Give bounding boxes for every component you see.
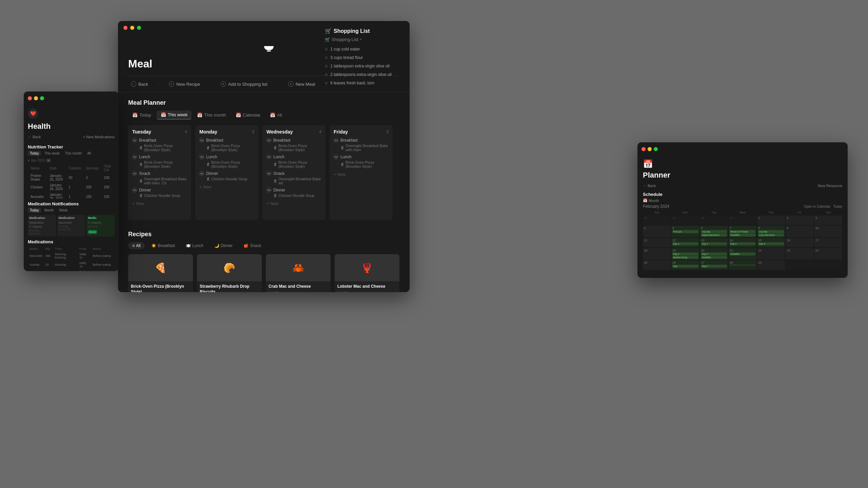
nutrition-row-1: Chicken January 26, 2024 1 200 200: [28, 183, 114, 191]
cal-event: Pull-ups: [672, 230, 698, 233]
add-meal-btn-3[interactable]: + New: [334, 171, 389, 178]
planner-back-button[interactable]: ← Back: [643, 184, 656, 188]
recipe-tab-breakfast[interactable]: ☀️ Breakfast: [147, 242, 179, 249]
recipe-tab-lunch[interactable]: 🍽️ Lunch: [182, 242, 208, 249]
health-back-button[interactable]: ← Back: [28, 135, 41, 139]
back-button[interactable]: ← Back: [128, 80, 151, 88]
cal-day-24[interactable]: 24: [814, 248, 842, 260]
cal-day-9[interactable]: 9: [786, 226, 813, 237]
cal-header-sun: Sun: [643, 210, 671, 215]
open-calendar-btn[interactable]: Open in Calendar: [804, 205, 830, 208]
recipe-tab-snack[interactable]: 🍎 Snack: [239, 242, 265, 249]
nutrition-tab-month[interactable]: This month: [63, 151, 84, 156]
cal-day-28[interactable]: 28: [729, 260, 756, 270]
calendar-header-bar: February 2024 Open in Calendar Today: [643, 204, 842, 209]
nutrition-tab-week[interactable]: This week: [42, 151, 62, 156]
cal-day-13[interactable]: 13Day 2: [700, 238, 728, 247]
cal-day-3[interactable]: 3: [814, 216, 842, 225]
nutrition-group-expand[interactable]: ▾ Jan 2024 +: [28, 158, 115, 163]
planner-maximize-dot[interactable]: [654, 147, 658, 151]
close-dot[interactable]: [123, 26, 127, 30]
recipe-tab-all[interactable]: ≡ All: [128, 242, 144, 249]
schedule-title: Schedule: [643, 192, 842, 197]
cal-day-26[interactable]: 26Day: [671, 260, 699, 270]
med-done-badge: Done: [88, 230, 97, 234]
recipe-card-2[interactable]: 🦀 Crab Mac and Cheese Lunch 25 mins: [266, 254, 331, 292]
recipe-card-3[interactable]: 🦞 Lobster Mac and Cheese Lunch 1 hr 35 m…: [335, 254, 399, 292]
new-meal-button[interactable]: + New Meal: [285, 80, 318, 88]
cal-event: Day 4: [758, 242, 784, 245]
cal-day-27[interactable]: 27Day 2: [700, 260, 728, 270]
recipe-image: 🥐: [197, 254, 262, 281]
planner-content: Schedule 📅 Month February 2024 Open in C…: [637, 189, 848, 277]
cal-day-11[interactable]: 11: [643, 238, 671, 247]
meal-slot-dinner: 🍽 Dinner Chicken Noodle Soup: [267, 188, 321, 198]
recipe-tab-dinner[interactable]: 🌙 Dinner: [210, 242, 237, 249]
cal-day-17[interactable]: 17: [814, 238, 842, 247]
health-maximize-dot[interactable]: [40, 96, 44, 100]
nutrition-tab-all[interactable]: All: [85, 151, 93, 156]
cal-day-8[interactable]: 8Leg dayLeg extensions: [757, 226, 785, 237]
recipe-card-1[interactable]: 🥐 Strawberry Rhubarb Drop Biscuits Break…: [197, 254, 262, 292]
cal-day-22[interactable]: 22: [757, 248, 785, 260]
meal-slot-dinner: 🍽 Dinner Chicken Noodle Soup: [132, 188, 187, 198]
nutrition-tab-today[interactable]: Today: [28, 151, 41, 156]
cal-day-25[interactable]: 25: [643, 260, 671, 270]
cal-day-15[interactable]: 15Day 4: [757, 238, 785, 247]
cal-day-2[interactable]: 2: [786, 216, 813, 225]
cal-day-5[interactable]: 5Pull-ups: [671, 226, 699, 237]
maximize-dot[interactable]: [137, 26, 141, 30]
cal-day-19[interactable]: 19Day 2Barbell shrug: [671, 248, 699, 260]
tab-this-month[interactable]: 📅 This month: [193, 111, 230, 119]
cal-day-7[interactable]: 7Biceps & TricepsDeadlifts: [729, 226, 756, 237]
med-tab-today[interactable]: Today: [28, 208, 41, 213]
cal-event: Biceps & Triceps: [730, 230, 755, 233]
tab-this-week[interactable]: 📅 This week: [157, 110, 192, 120]
cal-event: Day: [672, 265, 698, 268]
cal-day-18[interactable]: 18: [643, 248, 671, 260]
cal-day-29[interactable]: 29: [757, 260, 785, 270]
cal-header-wed: Wed: [729, 210, 756, 215]
tab-calendar[interactable]: 📅 Calendar: [232, 111, 265, 119]
med-tab-month[interactable]: Month: [42, 208, 56, 213]
add-meal-btn-1[interactable]: + New: [199, 184, 254, 190]
cal-header-thu: Thu: [757, 210, 785, 215]
new-recipe-button[interactable]: + New Recipe: [166, 80, 203, 88]
cal-day-12[interactable]: 12Day 1: [671, 238, 699, 247]
recipe-image: 🦞: [335, 254, 399, 281]
cal-day-23[interactable]: 23: [786, 248, 813, 260]
med-tab-week[interactable]: Week: [57, 208, 70, 213]
cal-day-4[interactable]: 4: [643, 226, 671, 237]
recipes-title: Recipes: [128, 231, 399, 238]
cal-day-10[interactable]: 10: [814, 226, 842, 237]
health-window: ❤️ Health ← Back + New Medications Nutri…: [24, 92, 119, 271]
health-close-dot[interactable]: [28, 96, 32, 100]
cal-event: Leg extensions: [758, 233, 784, 237]
cal-day-16[interactable]: 16: [786, 238, 813, 247]
planner-close-dot[interactable]: [642, 147, 646, 151]
month-view-btn[interactable]: 📅 Month: [643, 198, 659, 203]
today-btn[interactable]: Today: [833, 205, 842, 208]
bowl-icon: [263, 41, 275, 52]
cal-day-20[interactable]: 20Day 2Deadlifts: [700, 248, 728, 260]
health-new-med-button[interactable]: + New Medications: [83, 135, 115, 139]
health-minimize-dot[interactable]: [34, 96, 38, 100]
add-meal-btn-0[interactable]: + New: [132, 200, 187, 207]
cal-day-21[interactable]: 21Deadlifts: [729, 248, 756, 260]
add-shopping-button[interactable]: + Add to Shopping list: [218, 80, 270, 88]
cal-day-14[interactable]: 14Day 3: [729, 238, 756, 247]
cal-day-1[interactable]: 1: [757, 216, 785, 225]
med-row-0: Neurontin 300 Morning Evening Daily 2x B…: [28, 252, 114, 260]
tab-today[interactable]: 📅 Today: [128, 111, 155, 119]
planner-new-resource-button[interactable]: New Resource: [818, 184, 842, 188]
med-notifications-grid: Medication Medication C Vitamin Morning …: [28, 215, 115, 237]
day-column-friday: Friday3 🍽 Breakfast Overnight Breakfast …: [330, 125, 393, 220]
add-meal-btn-2[interactable]: + New: [267, 200, 321, 207]
med-notif-col-1: Medication Medication C Vitamin Morning …: [28, 215, 56, 237]
minimize-dot[interactable]: [130, 26, 134, 30]
cal-event: Deadlifts: [730, 233, 755, 237]
tab-all[interactable]: 📅 All: [266, 111, 286, 119]
cal-day-6[interactable]: 6Leg dayHyperextensions: [700, 226, 728, 237]
planner-minimize-dot[interactable]: [648, 147, 652, 151]
recipe-card-0[interactable]: 🍕 Brick-Oven Pizza (Brooklyn Style) Brea…: [128, 254, 193, 292]
